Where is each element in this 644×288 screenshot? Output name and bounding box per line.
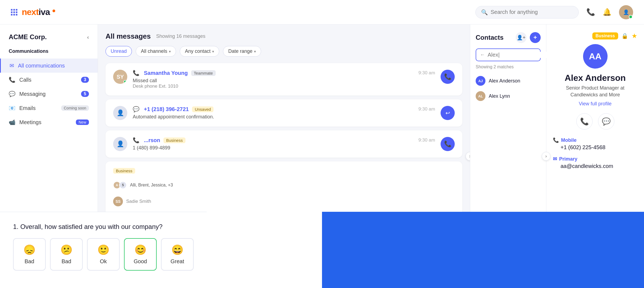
- any-contact-filter[interactable]: Any contact ▾: [180, 46, 219, 57]
- all-channels-filter[interactable]: All channels ▾: [136, 46, 176, 57]
- unread-filter[interactable]: Unread: [106, 46, 132, 57]
- view-full-profile-link[interactable]: View full profile: [553, 101, 637, 107]
- survey-overlay: 1. Overall, how satisfied are you with o…: [0, 212, 644, 288]
- date-range-filter[interactable]: Date range ▾: [223, 46, 261, 57]
- contact-mini-avatar: AL: [476, 91, 485, 101]
- survey-option-bad2[interactable]: 😕 Bad: [50, 238, 83, 271]
- message-card[interactable]: 👤 💬 +1 (218) 396-2721 Unsaved 9:30 am Au…: [106, 99, 462, 127]
- ok-emoji: 🙂: [97, 244, 110, 256]
- participant-avatars: A 5: [113, 181, 127, 189]
- email-icon: ✉: [553, 156, 557, 162]
- survey-panel: 1. Overall, how satisfied are you with o…: [0, 212, 207, 281]
- contact-name: Alex Anderson: [489, 78, 520, 84]
- collapse-button[interactable]: ‹: [87, 34, 89, 40]
- avatar-online-dot: [629, 15, 633, 19]
- back-arrow-icon[interactable]: ←: [480, 52, 485, 58]
- mobile-field: 📞 Mobile +1 (602) 225-4568: [553, 137, 637, 151]
- sidebar-item-meetings[interactable]: 📹 Meetings New: [0, 115, 98, 129]
- nav-right: 🔍 📞 🔔 👤: [475, 5, 633, 19]
- bad1-label: Bad: [24, 258, 34, 265]
- sadie-avatar: SS: [113, 197, 123, 206]
- new-contact-button[interactable]: +: [530, 32, 541, 43]
- sidebar-item-calls[interactable]: 📞 Calls 3: [0, 73, 98, 87]
- contact-item[interactable]: AL Alex Lynn: [476, 88, 541, 104]
- survey-option-ok[interactable]: 🙂 Ok: [87, 238, 120, 271]
- sidebar-item-emails[interactable]: 📧 Emails Coming soon: [0, 101, 98, 115]
- online-dot: [123, 80, 127, 83]
- chevron-down-icon: ▾: [212, 49, 214, 54]
- contact-name: Alex Lynn: [489, 93, 510, 99]
- messages-expand-button[interactable]: ›: [466, 152, 470, 161]
- survey-option-great[interactable]: 😄 Great: [161, 238, 194, 271]
- search-input[interactable]: [491, 9, 573, 15]
- messages-title: All messages: [106, 32, 151, 41]
- lock-icon: 🔒: [621, 33, 628, 39]
- search-contact-box[interactable]: ←: [476, 48, 541, 61]
- contacts-expand-button[interactable]: ›: [542, 152, 550, 161]
- message-card[interactable]: 👤 📞 ...rson Business 9:30 am 1 (480) 899…: [106, 130, 462, 158]
- sidebar-item-all-communications[interactable]: ✉ All communications: [0, 59, 98, 73]
- message-tag: Business: [113, 168, 135, 174]
- logo[interactable]: nextnextivaiva: [22, 7, 55, 17]
- survey-option-bad1[interactable]: 😞 Bad: [13, 238, 46, 271]
- contact-detail-company: Candlewicks and More: [553, 92, 637, 98]
- contact-detail-title: Senior Product Manager at: [553, 85, 637, 91]
- survey-options: 😞 Bad 😕 Bad 🙂 Ok 😊 Good 😄 Great: [13, 238, 194, 271]
- contact-detail-name: Alex Anderson: [553, 73, 637, 83]
- phone-icon: 📞: [133, 70, 140, 76]
- bad2-emoji: 😕: [60, 244, 73, 256]
- chevron-down-icon: ▾: [169, 49, 171, 54]
- phone-icon[interactable]: 📞: [586, 8, 595, 16]
- reply-button[interactable]: ↩: [441, 106, 455, 120]
- contacts-header: Contacts 👤+ +: [476, 32, 541, 43]
- contact-search-input[interactable]: [488, 52, 556, 58]
- avatar-wrap[interactable]: 👤: [619, 5, 633, 19]
- email-field: ✉ Primary aa@candlewicks.com: [553, 156, 637, 169]
- sender-avatar: SY: [113, 70, 127, 84]
- detail-actions: 📞 💬: [553, 113, 637, 130]
- messages-header: All messages Showing 16 messages: [106, 32, 462, 41]
- contact-item[interactable]: AJ Alex Anderson: [476, 73, 541, 88]
- contacts-actions: 👤+ +: [516, 32, 541, 43]
- bad1-emoji: 😞: [23, 244, 36, 256]
- search-box[interactable]: 🔍: [475, 6, 579, 19]
- detail-chat-button[interactable]: 💬: [598, 113, 614, 130]
- survey-option-good[interactable]: 😊 Good: [124, 238, 157, 271]
- messaging-badge: 5: [81, 91, 89, 97]
- survey-question: 1. Overall, how satisfied are you with o…: [13, 223, 194, 231]
- calls-label: Calls: [19, 77, 77, 83]
- messaging-icon: 💬: [9, 91, 16, 97]
- sadie-name: Sadie Smith: [126, 199, 151, 204]
- message-phone: +1 (218) 396-2721: [144, 106, 189, 112]
- email-value: aa@candlewicks.com: [553, 163, 637, 169]
- sidebar-item-label: All communications: [18, 63, 89, 69]
- message-sub: Desk phone Ext. 1010: [133, 84, 435, 89]
- star-icon[interactable]: ★: [631, 32, 637, 40]
- company-name: ACME Corp. ‹: [0, 33, 98, 48]
- mobile-value: +1 (602) 225-4568: [553, 144, 637, 151]
- business-tag: Business: [592, 32, 618, 39]
- message-sender: ...rson: [144, 137, 160, 143]
- message-action: 📞: [441, 70, 455, 84]
- call-button[interactable]: 📞: [441, 137, 455, 151]
- message-card[interactable]: SY 📞 Samantha Young Teammate 9:30 am Mis…: [106, 63, 462, 96]
- message-body: 📞 ...rson Business 9:30 am 1 (480) 899-4…: [133, 137, 435, 151]
- message-header-row: 💬 +1 (218) 396-2721 Unsaved 9:30 am: [133, 106, 435, 112]
- sidebar-item-messaging[interactable]: 💬 Messaging 5: [0, 87, 98, 101]
- participant-count: 5: [119, 181, 127, 189]
- messages-count: Showing 16 messages: [156, 33, 205, 39]
- emails-badge: Coming soon: [61, 105, 89, 111]
- message-header-row: 📞 ...rson Business 9:30 am: [133, 137, 435, 143]
- grid-icon[interactable]: [11, 9, 17, 16]
- message-time: 9:30 am: [419, 106, 435, 112]
- contact-mini-avatar: AJ: [476, 76, 485, 86]
- detail-call-button[interactable]: 📞: [576, 113, 593, 130]
- phone-icon: 📞: [133, 137, 140, 143]
- all-comm-icon: ✉: [10, 62, 14, 69]
- meetings-label: Meetings: [19, 119, 72, 125]
- emails-icon: 📧: [9, 105, 16, 111]
- call-button[interactable]: 📞: [441, 70, 455, 84]
- bell-icon[interactable]: 🔔: [603, 8, 611, 16]
- add-contact-icon-button[interactable]: 👤+: [516, 32, 527, 43]
- showing-matches: Showing 2 matches: [476, 65, 541, 69]
